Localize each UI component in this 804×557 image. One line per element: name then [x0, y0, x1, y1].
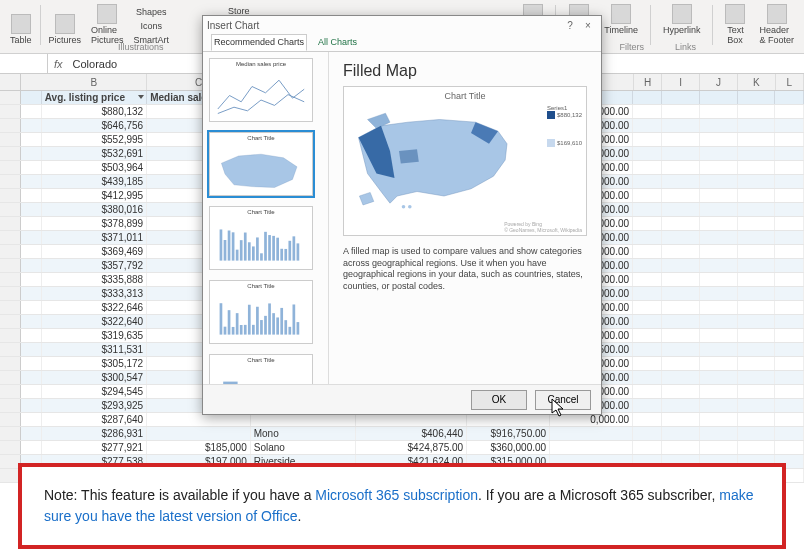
chart-thumb-map[interactable]: Chart Title: [209, 132, 313, 196]
table-cell[interactable]: $293,925: [42, 399, 147, 412]
ribbon-shapes[interactable]: Shapes: [134, 5, 169, 19]
svg-point-43: [402, 205, 406, 209]
table-cell[interactable]: $333,313: [42, 287, 147, 300]
col-header-avg-listing[interactable]: Avg. listing price: [42, 91, 147, 104]
ok-button[interactable]: OK: [471, 390, 527, 410]
table-cell[interactable]: $277,921: [42, 441, 147, 454]
close-icon[interactable]: ×: [579, 20, 597, 31]
svg-rect-3: [232, 232, 235, 260]
svg-point-44: [408, 205, 412, 209]
table-cell[interactable]: Mono: [251, 427, 356, 440]
svg-rect-22: [228, 310, 231, 334]
tab-all-charts[interactable]: All Charts: [315, 34, 360, 51]
table-cell[interactable]: $439,185: [42, 175, 147, 188]
chart-preview-title: Chart Title: [344, 87, 586, 105]
svg-rect-19: [297, 243, 300, 260]
ribbon-table[interactable]: Table: [8, 12, 34, 47]
svg-rect-35: [280, 308, 283, 335]
col-B: B: [42, 74, 148, 90]
dialog-help-icon[interactable]: ?: [561, 20, 579, 31]
svg-rect-26: [244, 325, 247, 335]
table-cell[interactable]: $322,646: [42, 301, 147, 314]
chart-thumb-bars[interactable]: Chart Title: [209, 206, 313, 270]
ribbon-pictures[interactable]: Pictures: [47, 12, 84, 47]
svg-rect-21: [224, 327, 227, 335]
name-box[interactable]: [0, 54, 48, 73]
ribbon-group-links: Links: [675, 42, 696, 52]
table-cell[interactable]: [147, 427, 251, 440]
col-J: J: [700, 74, 738, 90]
table-cell[interactable]: $380,016: [42, 203, 147, 216]
svg-rect-28: [252, 325, 255, 335]
svg-rect-23: [232, 327, 235, 335]
table-cell[interactable]: [550, 441, 633, 454]
table-cell[interactable]: $185,000: [147, 441, 251, 454]
table-cell[interactable]: $378,899: [42, 217, 147, 230]
ribbon-textbox[interactable]: Text Box: [723, 2, 747, 47]
svg-rect-32: [268, 303, 271, 334]
svg-rect-36: [284, 320, 287, 334]
table-cell[interactable]: [550, 427, 633, 440]
chart-type-heading: Filled Map: [343, 62, 587, 80]
table-cell[interactable]: $880,132: [42, 105, 147, 118]
table-cell[interactable]: $335,888: [42, 273, 147, 286]
tab-recommended-charts[interactable]: Recommended Charts: [211, 34, 307, 51]
svg-rect-33: [272, 313, 275, 334]
feature-note: Note: This feature is available if you h…: [18, 463, 786, 549]
table-cell[interactable]: $371,011: [42, 231, 147, 244]
table-cell[interactable]: $646,756: [42, 119, 147, 132]
table-cell[interactable]: $369,469: [42, 245, 147, 258]
svg-rect-0: [220, 229, 223, 260]
svg-rect-8: [252, 246, 255, 260]
table-cell[interactable]: $319,635: [42, 329, 147, 342]
table-cell[interactable]: $406,440: [356, 427, 467, 440]
dialog-titlebar[interactable]: Insert Chart ? ×: [203, 16, 601, 34]
table-cell[interactable]: $300,547: [42, 371, 147, 384]
svg-rect-31: [264, 316, 267, 335]
table-cell[interactable]: $311,531: [42, 343, 147, 356]
col-H: H: [634, 74, 662, 90]
chart-thumb-hist[interactable]: Chart Title: [209, 354, 313, 384]
svg-rect-29: [256, 307, 259, 335]
svg-rect-24: [236, 313, 239, 334]
table-cell[interactable]: $916,750.00: [467, 427, 550, 440]
table-cell[interactable]: $532,691: [42, 147, 147, 160]
ribbon-icons[interactable]: Icons: [139, 19, 165, 33]
chart-thumbs-panel[interactable]: Median sales priceChart TitleChart Title…: [203, 52, 329, 384]
svg-rect-9: [256, 237, 259, 260]
table-cell[interactable]: $305,172: [42, 357, 147, 370]
svg-rect-34: [276, 317, 279, 334]
chart-legend: Series1 $880,132 $169,610: [547, 105, 582, 147]
table-cell[interactable]: $360,000.00: [467, 441, 550, 454]
formula-value[interactable]: Colorado: [69, 58, 118, 70]
ribbon-headerfooter[interactable]: Header & Footer: [757, 2, 796, 47]
svg-rect-16: [284, 249, 287, 261]
ribbon-hyperlink[interactable]: Hyperlink: [661, 2, 703, 37]
col-I: I: [662, 74, 700, 90]
table-cell[interactable]: $357,792: [42, 259, 147, 272]
table-cell[interactable]: $552,995: [42, 133, 147, 146]
fx-icon[interactable]: fx: [54, 58, 63, 70]
svg-rect-11: [264, 232, 267, 261]
table-cell[interactable]: $286,931: [42, 427, 147, 440]
m365-subscription-link[interactable]: Microsoft 365 subscription: [315, 487, 478, 503]
table-cell[interactable]: Solano: [251, 441, 356, 454]
svg-rect-13: [272, 236, 275, 261]
table-cell[interactable]: $503,964: [42, 161, 147, 174]
chart-thumb-line[interactable]: Median sales price: [209, 58, 313, 122]
svg-rect-37: [288, 327, 291, 335]
chart-preview-panel: Filled Map Chart Title Series1 $880,132 …: [329, 52, 601, 384]
svg-rect-17: [288, 241, 291, 261]
svg-rect-6: [244, 233, 247, 261]
table-cell[interactable]: $412,995: [42, 189, 147, 202]
chart-preview[interactable]: Chart Title Series1 $880,132 $169,610: [343, 86, 587, 236]
chart-thumb-bars2[interactable]: Chart Title: [209, 280, 313, 344]
table-cell[interactable]: $322,640: [42, 315, 147, 328]
table-cell[interactable]: $424,875.00: [356, 441, 467, 454]
ribbon-online-pictures[interactable]: Online Pictures: [89, 2, 126, 47]
col-K: K: [738, 74, 776, 90]
cancel-button[interactable]: Cancel: [535, 390, 591, 410]
table-cell[interactable]: $287,640: [42, 413, 147, 426]
table-cell[interactable]: $294,545: [42, 385, 147, 398]
ribbon-timeline[interactable]: Timeline: [602, 2, 640, 37]
